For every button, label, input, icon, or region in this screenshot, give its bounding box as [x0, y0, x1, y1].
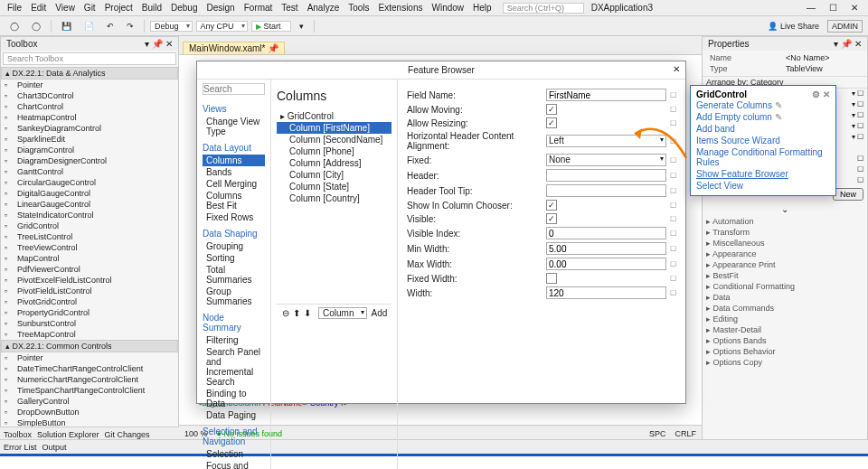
property-group[interactable]: Conditional Formatting — [703, 281, 867, 292]
menu-git[interactable]: Git — [80, 3, 99, 13]
property-group[interactable]: Automation — [703, 216, 867, 227]
save-icon[interactable]: 💾 — [57, 20, 76, 33]
property-group[interactable]: Miscellaneous — [703, 238, 867, 249]
toolbox-item[interactable]: ▫MapControl — [1, 253, 178, 264]
field-input[interactable] — [546, 227, 666, 239]
feature-tree[interactable]: ViewsChange View TypeData LayoutColumnsB… — [197, 80, 271, 469]
toolbox-item[interactable]: ▫GridControl — [1, 220, 178, 231]
tab-error-list[interactable]: Error List — [4, 443, 37, 452]
field-dropdown[interactable]: None — [546, 154, 666, 166]
toolbox-item[interactable]: ▫Pointer — [1, 80, 178, 90]
field-input[interactable] — [546, 169, 666, 182]
maximize-icon[interactable]: ☐ — [823, 3, 843, 13]
pin-icon[interactable]: ▾ 📌 ✕ — [145, 39, 173, 49]
menu-window[interactable]: Window — [429, 3, 468, 13]
feature-item[interactable]: Binding to Data — [203, 388, 265, 409]
toolbox-item[interactable]: ▫StateIndicatorControl — [1, 210, 178, 220]
menu-analyze[interactable]: Analyze — [304, 3, 344, 13]
toolbox-item[interactable]: ▫DateTimeChartRangeControlClient — [1, 363, 178, 374]
feature-item[interactable]: Total Summaries — [203, 264, 265, 286]
move-up-icon[interactable]: ⬆ — [293, 308, 300, 318]
property-group[interactable]: Options Copy — [703, 357, 867, 368]
smart-link[interactable]: Add Empty column ✎ — [696, 111, 830, 123]
undo-icon[interactable]: ↶ — [102, 20, 118, 33]
feature-item[interactable]: Sorting — [203, 252, 265, 264]
tab-git-changes[interactable]: Git Changes — [105, 430, 150, 439]
toolbox-item[interactable]: ▫PivotFieldListControl — [1, 286, 178, 296]
toolbox-item[interactable]: ▫GanttControl — [1, 166, 178, 177]
move-down-icon[interactable]: ⬇ — [304, 308, 311, 318]
toolbox-item[interactable]: ▫Chart3DControl — [1, 90, 178, 101]
smart-link[interactable]: Select View — [696, 180, 830, 192]
toolbox-item[interactable]: ▫TreeListControl — [1, 231, 178, 242]
field-checkbox[interactable]: ✓ — [546, 200, 557, 211]
toolbox-item[interactable]: ▫TimeSpanChartRangeControlClient — [1, 385, 178, 396]
field-checkbox[interactable]: ✓ — [546, 213, 557, 224]
column-item[interactable]: Column [SecondName] — [277, 134, 392, 145]
smart-link[interactable]: Add band — [696, 123, 830, 135]
toolbox-category[interactable]: ▴ DX.22.1: Common Controls — [1, 340, 178, 352]
start-button[interactable]: Start — [251, 21, 291, 32]
feature-item[interactable]: Focus and Navigation — [203, 460, 265, 469]
menu-help[interactable]: Help — [469, 3, 495, 13]
toolbox-item[interactable]: ▫SunburstControl — [1, 318, 178, 329]
property-group[interactable]: Transform — [703, 227, 867, 238]
toolbox-item[interactable]: ▫DiagramControl — [1, 145, 178, 155]
menu-design[interactable]: Design — [203, 3, 238, 13]
toolbox-item[interactable]: ▫PropertyGridControl — [1, 307, 178, 318]
toolbox-item[interactable]: ▫PivotGridControl — [1, 296, 178, 307]
add-type-dropdown[interactable]: Column — [318, 307, 367, 319]
add-button[interactable]: Add — [371, 308, 387, 318]
feature-search[interactable] — [203, 83, 265, 95]
toolbox-item[interactable]: ▫TreeViewControl — [1, 242, 178, 253]
toolbox-item[interactable]: ▫DiagramDesignerControl — [1, 155, 178, 166]
feature-item[interactable]: Selection — [203, 448, 265, 460]
menu-tools[interactable]: Tools — [344, 3, 373, 13]
tab-pin-icon[interactable]: 📌 — [268, 43, 278, 53]
column-item[interactable]: Column [City] — [277, 169, 392, 181]
toolbox-item[interactable]: ▫NumericChartRangeControlClient — [1, 374, 178, 385]
close-icon[interactable]: ✕ — [844, 3, 864, 13]
feature-item[interactable]: Group Summaries — [203, 286, 265, 307]
toolbox-item[interactable]: ▫TreeMapControl — [1, 329, 178, 340]
tab-solution-explorer[interactable]: Solution Explorer — [37, 430, 99, 439]
tab-output[interactable]: Output — [42, 443, 67, 452]
field-input[interactable] — [546, 258, 666, 270]
column-item[interactable]: Column [FirstName] — [277, 122, 392, 134]
column-item[interactable]: Column [Phone] — [277, 145, 392, 157]
field-input[interactable] — [546, 242, 666, 255]
feature-item[interactable]: Cell Merging — [203, 178, 265, 190]
feature-item[interactable]: Grouping — [203, 240, 265, 252]
menu-extensions[interactable]: Extensions — [375, 3, 427, 13]
toolbox-search[interactable]: Search Toolbox — [3, 52, 176, 65]
field-dropdown[interactable]: Left — [546, 135, 666, 147]
feature-item[interactable]: Filtering — [203, 334, 265, 346]
save-all-icon[interactable]: 📄 — [80, 20, 99, 33]
toolbox-item[interactable]: ▫LinearGaugeControl — [1, 199, 178, 210]
admin-badge[interactable]: ADMIN — [827, 20, 863, 33]
property-group[interactable]: Data — [703, 292, 867, 303]
property-group[interactable]: Editing — [703, 314, 867, 324]
feature-item[interactable]: Fixed Rows — [203, 211, 265, 223]
live-share[interactable]: 👤 Live Share — [763, 20, 824, 33]
smart-link[interactable]: Generate Columns ✎ — [696, 99, 830, 111]
new-button[interactable]: New — [833, 188, 863, 201]
toolbox-category[interactable]: ▴ DX.22.1: Data & Analytics — [1, 67, 178, 80]
toolbox-item[interactable]: ▫PivotExcelFieldListControl — [1, 275, 178, 286]
menu-edit[interactable]: Edit — [27, 3, 50, 13]
field-input[interactable] — [546, 184, 666, 197]
field-input[interactable] — [546, 89, 666, 101]
menu-debug[interactable]: Debug — [167, 3, 201, 13]
toolbox-item[interactable]: ▫SparklineEdit — [1, 134, 178, 145]
back-icon[interactable]: ◯ — [5, 20, 24, 33]
column-item[interactable]: Column [Address] — [277, 157, 392, 169]
smart-link[interactable]: Manage Conditional Formatting Rules — [696, 146, 830, 168]
property-group[interactable]: Data Commands — [703, 303, 867, 314]
config-dropdown[interactable]: Debug — [150, 21, 193, 32]
platform-dropdown[interactable]: Any CPU — [196, 21, 248, 32]
feature-item[interactable]: Bands — [203, 166, 265, 178]
toolbox-item[interactable]: ▫ChartControl — [1, 101, 178, 112]
toolbox-item[interactable]: ▫DigitalGaugeControl — [1, 188, 178, 199]
pin-icon[interactable]: ▾ 📌 ✕ — [834, 39, 862, 49]
toolbox-item[interactable]: ▫PdfViewerControl — [1, 264, 178, 275]
